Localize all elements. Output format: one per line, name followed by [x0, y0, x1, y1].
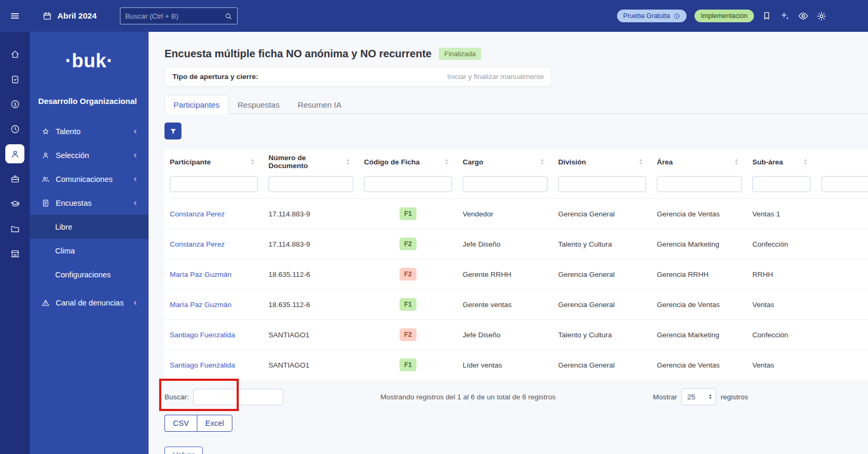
- sidebar-item-libre[interactable]: Libre: [30, 215, 149, 239]
- nav-subitem-label: Configuraciones: [55, 270, 111, 279]
- sort-icon[interactable]: ▲▼: [445, 158, 449, 165]
- opening-label: Tipo de apertura y cierre:: [172, 73, 258, 81]
- back-button[interactable]: Volver: [164, 447, 203, 454]
- column-header[interactable]: Sub-área▲▼: [747, 149, 816, 175]
- column-filter-input[interactable]: [170, 176, 258, 192]
- extra-cell: [816, 259, 868, 290]
- rail-item-home[interactable]: [5, 45, 24, 64]
- table-row: María Paz Guzmán18.635.112-6F1Gerente ve…: [164, 290, 868, 320]
- column-filter-input[interactable]: [752, 176, 811, 192]
- sidebar-section-title: Desarrollo Organizacional: [38, 97, 149, 106]
- show-label: Mostrar: [653, 393, 677, 401]
- rail-item-building[interactable]: [5, 244, 24, 263]
- rail-item-graduation[interactable]: [5, 194, 24, 213]
- column-header[interactable]: Cargo▲▼: [457, 149, 553, 175]
- division-cell: Gerencia General: [553, 350, 652, 380]
- status-badge: Finalizada: [439, 48, 481, 60]
- filter-cell: [553, 175, 652, 199]
- filter-cell: [652, 175, 747, 199]
- opening-info-card: Tipo de apertura y cierre: Iniciar y fin…: [164, 67, 552, 86]
- sidebar-item-comunicaciones[interactable]: Comunicaciones: [30, 167, 149, 191]
- sidebar-item-canal-de-denuncias[interactable]: Canal de denuncias: [30, 291, 149, 315]
- sidebar-item-encuestas[interactable]: Encuestas: [30, 191, 149, 215]
- implementation-badge[interactable]: Implementación: [695, 10, 754, 22]
- excel-export-button[interactable]: Excel: [197, 415, 232, 432]
- column-header[interactable]: División▲▼: [553, 149, 652, 175]
- sort-icon[interactable]: ▲▼: [639, 158, 643, 165]
- subarea-cell: Confección: [747, 320, 816, 350]
- bookmark-icon[interactable]: [762, 11, 771, 21]
- column-header[interactable]: Área▲▼: [652, 149, 747, 175]
- trial-badge[interactable]: Prueba Gratuita: [617, 10, 687, 22]
- column-filter-input[interactable]: [463, 176, 548, 192]
- ficha-badge: F2: [400, 268, 417, 281]
- topbar: Abril 2024 Prueba Gratuita Implementació…: [0, 0, 868, 32]
- column-filter-input[interactable]: [558, 176, 646, 192]
- participant-link[interactable]: Constanza Perez: [170, 210, 225, 218]
- sort-icon[interactable]: ▲▼: [734, 158, 739, 165]
- sort-icon[interactable]: ▲▼: [250, 158, 255, 165]
- page-title: Encuesta múltiple ficha NO anónima y NO …: [164, 46, 431, 62]
- menu-toggle-button[interactable]: [0, 11, 30, 21]
- participant-link[interactable]: Santiago Fuenzalida: [170, 331, 235, 339]
- topbar-actions: Prueba Gratuita Implementación: [617, 10, 827, 22]
- column-label: Participante: [170, 158, 211, 166]
- cargo-cell: Gerente ventas: [457, 290, 553, 320]
- sidebar-item-selección[interactable]: Selección: [30, 143, 149, 167]
- rail-item-clipboard[interactable]: [5, 69, 24, 89]
- nav-subitem-label: Clima: [55, 247, 75, 255]
- briefcase-icon: [10, 174, 20, 184]
- column-header[interactable]: Código de Ficha▲▼: [359, 149, 457, 175]
- subarea-cell: Ventas: [747, 290, 816, 320]
- column-header[interactable]: Participante▲▼: [164, 149, 263, 175]
- person-icon: [41, 151, 50, 160]
- participant-link[interactable]: Constanza Perez: [170, 240, 225, 248]
- sort-icon[interactable]: ▲▼: [346, 158, 350, 165]
- column-filter-input[interactable]: [364, 176, 452, 192]
- column-filter-input[interactable]: [268, 176, 353, 192]
- sidebar-item-configuraciones[interactable]: Configuraciones: [30, 263, 149, 286]
- period-selector[interactable]: Abril 2024: [42, 11, 97, 21]
- column-filter-input[interactable]: [821, 176, 868, 192]
- rail-item-briefcase[interactable]: [5, 169, 24, 188]
- sidebar-item-talento[interactable]: Talento: [30, 119, 149, 143]
- footer-search-input[interactable]: [193, 389, 283, 405]
- csv-export-button[interactable]: CSV: [164, 415, 197, 432]
- area-cell: Gerencia de Ventas: [652, 199, 747, 229]
- page-size-select[interactable]: 25 ▲▼: [681, 388, 716, 405]
- ficha-badge: F1: [400, 359, 417, 371]
- gear-icon[interactable]: [817, 11, 827, 21]
- document-icon: [41, 199, 50, 207]
- extra-cell: [816, 350, 868, 380]
- sidebar-item-clima[interactable]: Clima: [30, 239, 149, 263]
- sort-icon[interactable]: ▲▼: [540, 158, 544, 165]
- sort-icon[interactable]: ▲▼: [803, 158, 808, 165]
- participant-link[interactable]: María Paz Guzmán: [170, 301, 231, 309]
- cargo-cell: Jefe Diseño: [457, 320, 553, 350]
- rail-item-clock[interactable]: [5, 119, 24, 138]
- table-header-row: Participante▲▼Número de Documento▲▼Códig…: [164, 149, 868, 175]
- table-filter-row: [164, 175, 868, 199]
- extra-cell: [816, 199, 868, 229]
- hamburger-icon: [10, 11, 20, 21]
- tab-resumen-ia[interactable]: Resumen IA: [289, 95, 351, 114]
- rail-item-folder[interactable]: [5, 219, 24, 238]
- nav-item-label: Selección: [56, 151, 89, 160]
- column-filter-input[interactable]: [657, 176, 742, 192]
- eye-icon[interactable]: [798, 11, 809, 21]
- filter-cell: [164, 175, 263, 199]
- sparkle-icon[interactable]: [779, 11, 790, 21]
- participant-link[interactable]: María Paz Guzmán: [170, 270, 231, 278]
- cargo-cell: Líder ventas: [457, 350, 553, 380]
- home-icon: [10, 49, 20, 59]
- participant-link[interactable]: Santiago Fuenzalida: [170, 361, 235, 369]
- column-header[interactable]: Número de Documento▲▼: [263, 149, 359, 175]
- filter-cell: [359, 175, 457, 199]
- rail-item-talent[interactable]: [5, 144, 24, 163]
- tab-participantes[interactable]: Participantes: [164, 95, 229, 114]
- rail-item-money[interactable]: $: [5, 94, 24, 114]
- filter-button[interactable]: [164, 123, 181, 139]
- global-search-input[interactable]: [125, 12, 224, 20]
- table-body: Constanza Perez17.114.883-9F1VendedorGer…: [164, 199, 868, 380]
- tab-respuestas[interactable]: Respuestas: [229, 95, 289, 114]
